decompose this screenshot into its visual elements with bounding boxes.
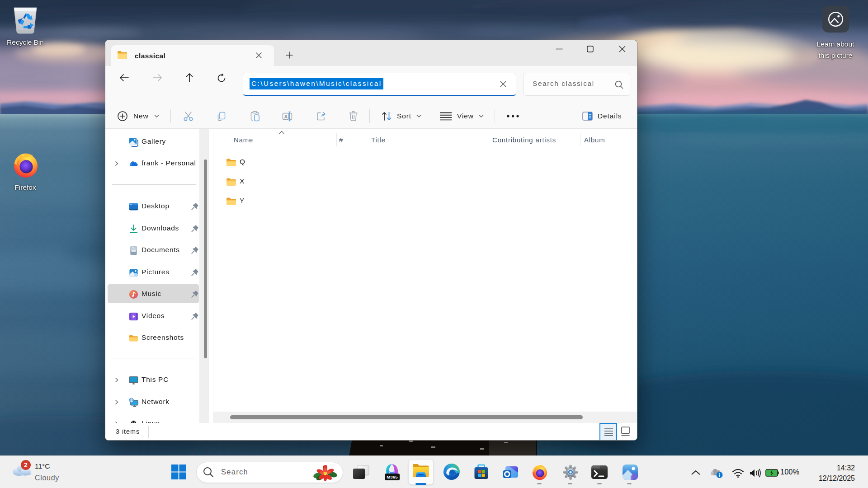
- svg-text:A: A: [284, 114, 288, 119]
